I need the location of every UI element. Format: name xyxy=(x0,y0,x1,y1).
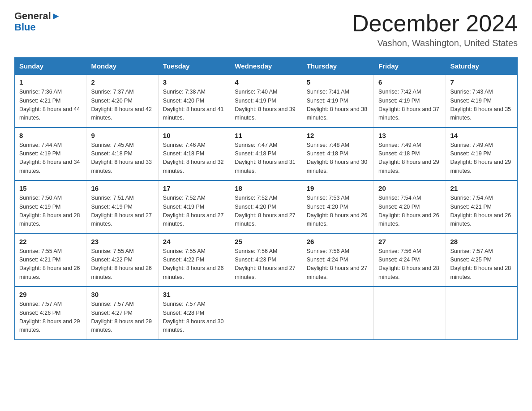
day-number: 30 xyxy=(91,291,153,298)
day-info: Sunrise: 7:54 AMSunset: 4:21 PMDaylight:… xyxy=(450,194,513,229)
table-row: 9 Sunrise: 7:45 AMSunset: 4:18 PMDayligh… xyxy=(86,128,158,181)
day-number: 26 xyxy=(307,238,369,245)
day-info: Sunrise: 7:37 AMSunset: 4:20 PMDaylight:… xyxy=(91,88,153,123)
col-thursday: Thursday xyxy=(302,58,373,75)
month-title: December 2024 xyxy=(352,11,518,36)
table-row: 29 Sunrise: 7:57 AMSunset: 4:26 PMDaylig… xyxy=(15,287,86,340)
day-info: Sunrise: 7:56 AMSunset: 4:23 PMDaylight:… xyxy=(235,247,297,282)
day-info: Sunrise: 7:44 AMSunset: 4:19 PMDaylight:… xyxy=(19,141,82,176)
day-number: 2 xyxy=(91,78,153,86)
day-info: Sunrise: 7:57 AMSunset: 4:25 PMDaylight:… xyxy=(450,247,513,282)
table-row: 27 Sunrise: 7:56 AMSunset: 4:24 PMDaylig… xyxy=(374,234,446,287)
table-row: 12 Sunrise: 7:48 AMSunset: 4:18 PMDaylig… xyxy=(302,128,373,181)
day-number: 5 xyxy=(307,78,369,86)
day-info: Sunrise: 7:51 AMSunset: 4:19 PMDaylight:… xyxy=(91,194,153,229)
logo-blue-text: Blue xyxy=(14,21,36,33)
day-number: 7 xyxy=(450,78,513,86)
day-info: Sunrise: 7:43 AMSunset: 4:19 PMDaylight:… xyxy=(450,88,513,123)
table-row: 14 Sunrise: 7:49 AMSunset: 4:19 PMDaylig… xyxy=(446,128,517,181)
day-info: Sunrise: 7:56 AMSunset: 4:24 PMDaylight:… xyxy=(378,247,441,282)
day-info: Sunrise: 7:42 AMSunset: 4:19 PMDaylight:… xyxy=(378,88,441,123)
col-monday: Monday xyxy=(86,58,158,75)
day-number: 16 xyxy=(91,184,153,192)
day-number: 28 xyxy=(450,238,513,245)
day-info: Sunrise: 7:36 AMSunset: 4:21 PMDaylight:… xyxy=(19,88,82,123)
day-info: Sunrise: 7:48 AMSunset: 4:18 PMDaylight:… xyxy=(307,141,369,176)
day-info: Sunrise: 7:38 AMSunset: 4:20 PMDaylight:… xyxy=(163,88,225,123)
day-info: Sunrise: 7:55 AMSunset: 4:22 PMDaylight:… xyxy=(91,247,153,282)
day-info: Sunrise: 7:49 AMSunset: 4:19 PMDaylight:… xyxy=(450,141,513,176)
table-row: 20 Sunrise: 7:54 AMSunset: 4:20 PMDaylig… xyxy=(374,180,446,234)
day-info: Sunrise: 7:57 AMSunset: 4:26 PMDaylight:… xyxy=(19,300,82,335)
table-row: 31 Sunrise: 7:57 AMSunset: 4:28 PMDaylig… xyxy=(158,287,230,340)
day-number: 17 xyxy=(163,184,225,192)
day-info: Sunrise: 7:49 AMSunset: 4:18 PMDaylight:… xyxy=(378,141,441,176)
day-info: Sunrise: 7:47 AMSunset: 4:18 PMDaylight:… xyxy=(235,141,297,176)
day-number: 21 xyxy=(450,184,513,192)
table-row xyxy=(446,287,517,340)
table-row: 4 Sunrise: 7:40 AMSunset: 4:19 PMDayligh… xyxy=(230,75,302,128)
day-number: 12 xyxy=(307,132,369,139)
day-info: Sunrise: 7:46 AMSunset: 4:18 PMDaylight:… xyxy=(163,141,225,176)
location-subtitle: Vashon, Washington, United States xyxy=(352,38,518,48)
col-saturday: Saturday xyxy=(446,58,517,75)
col-tuesday: Tuesday xyxy=(158,58,230,75)
day-info: Sunrise: 7:52 AMSunset: 4:19 PMDaylight:… xyxy=(163,194,225,229)
col-friday: Friday xyxy=(374,58,446,75)
day-info: Sunrise: 7:45 AMSunset: 4:18 PMDaylight:… xyxy=(91,141,153,176)
calendar-week-row: 15 Sunrise: 7:50 AMSunset: 4:19 PMDaylig… xyxy=(15,180,518,234)
day-number: 9 xyxy=(91,132,153,139)
day-number: 22 xyxy=(19,238,82,245)
day-number: 19 xyxy=(307,184,369,192)
table-row xyxy=(230,287,302,340)
day-info: Sunrise: 7:53 AMSunset: 4:20 PMDaylight:… xyxy=(307,194,369,229)
table-row: 3 Sunrise: 7:38 AMSunset: 4:20 PMDayligh… xyxy=(158,75,230,128)
day-info: Sunrise: 7:55 AMSunset: 4:22 PMDaylight:… xyxy=(163,247,225,282)
col-sunday: Sunday xyxy=(15,58,86,75)
table-row: 21 Sunrise: 7:54 AMSunset: 4:21 PMDaylig… xyxy=(446,180,517,234)
day-number: 3 xyxy=(163,78,225,86)
table-row: 8 Sunrise: 7:44 AMSunset: 4:19 PMDayligh… xyxy=(15,128,86,181)
table-row: 16 Sunrise: 7:51 AMSunset: 4:19 PMDaylig… xyxy=(86,180,158,234)
day-number: 20 xyxy=(378,184,441,192)
day-number: 24 xyxy=(163,238,225,245)
table-row: 2 Sunrise: 7:37 AMSunset: 4:20 PMDayligh… xyxy=(86,75,158,128)
col-wednesday: Wednesday xyxy=(230,58,302,75)
table-row: 22 Sunrise: 7:55 AMSunset: 4:21 PMDaylig… xyxy=(15,234,86,287)
calendar-header-row: Sunday Monday Tuesday Wednesday Thursday… xyxy=(15,58,518,75)
table-row: 17 Sunrise: 7:52 AMSunset: 4:19 PMDaylig… xyxy=(158,180,230,234)
table-row: 26 Sunrise: 7:56 AMSunset: 4:24 PMDaylig… xyxy=(302,234,373,287)
table-row: 15 Sunrise: 7:50 AMSunset: 4:19 PMDaylig… xyxy=(15,180,86,234)
calendar-week-row: 8 Sunrise: 7:44 AMSunset: 4:19 PMDayligh… xyxy=(15,128,518,181)
table-row: 25 Sunrise: 7:56 AMSunset: 4:23 PMDaylig… xyxy=(230,234,302,287)
logo-general-text: General► xyxy=(14,11,61,21)
table-row xyxy=(374,287,446,340)
day-number: 10 xyxy=(163,132,225,139)
day-number: 18 xyxy=(235,184,297,192)
day-number: 15 xyxy=(19,184,82,192)
table-row: 23 Sunrise: 7:55 AMSunset: 4:22 PMDaylig… xyxy=(86,234,158,287)
calendar-table: Sunday Monday Tuesday Wednesday Thursday… xyxy=(14,57,518,340)
table-row: 19 Sunrise: 7:53 AMSunset: 4:20 PMDaylig… xyxy=(302,180,373,234)
table-row: 13 Sunrise: 7:49 AMSunset: 4:18 PMDaylig… xyxy=(374,128,446,181)
table-row: 7 Sunrise: 7:43 AMSunset: 4:19 PMDayligh… xyxy=(446,75,517,128)
day-info: Sunrise: 7:52 AMSunset: 4:20 PMDaylight:… xyxy=(235,194,297,229)
table-row xyxy=(302,287,373,340)
table-row: 28 Sunrise: 7:57 AMSunset: 4:25 PMDaylig… xyxy=(446,234,517,287)
table-row: 10 Sunrise: 7:46 AMSunset: 4:18 PMDaylig… xyxy=(158,128,230,181)
calendar-week-row: 22 Sunrise: 7:55 AMSunset: 4:21 PMDaylig… xyxy=(15,234,518,287)
table-row: 1 Sunrise: 7:36 AMSunset: 4:21 PMDayligh… xyxy=(15,75,86,128)
day-number: 1 xyxy=(19,78,82,86)
day-number: 29 xyxy=(19,291,82,298)
day-info: Sunrise: 7:56 AMSunset: 4:24 PMDaylight:… xyxy=(307,247,369,282)
calendar-week-row: 29 Sunrise: 7:57 AMSunset: 4:26 PMDaylig… xyxy=(15,287,518,340)
table-row: 30 Sunrise: 7:57 AMSunset: 4:27 PMDaylig… xyxy=(86,287,158,340)
day-number: 4 xyxy=(235,78,297,86)
day-info: Sunrise: 7:41 AMSunset: 4:19 PMDaylight:… xyxy=(307,88,369,123)
day-number: 6 xyxy=(378,78,441,86)
table-row: 24 Sunrise: 7:55 AMSunset: 4:22 PMDaylig… xyxy=(158,234,230,287)
page-header: General► Blue December 2024 Vashon, Wash… xyxy=(14,11,518,48)
day-info: Sunrise: 7:57 AMSunset: 4:28 PMDaylight:… xyxy=(163,300,225,335)
day-number: 11 xyxy=(235,132,297,139)
day-info: Sunrise: 7:57 AMSunset: 4:27 PMDaylight:… xyxy=(91,300,153,335)
